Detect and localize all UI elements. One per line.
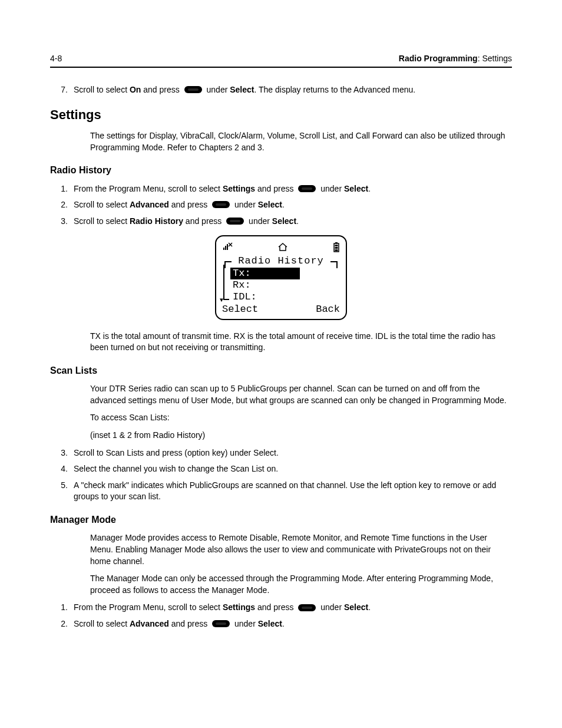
page-header: 4-8 Radio Programming: Settings xyxy=(50,53,512,68)
svg-rect-4 xyxy=(335,249,338,251)
step-7: 7. Scroll to select On and press under S… xyxy=(50,84,512,96)
mm-step-2: 2. Scroll to select Advanced and press u… xyxy=(50,618,512,630)
radio-history-note: TX is the total amount of transmit time.… xyxy=(90,331,512,354)
svg-rect-3 xyxy=(335,247,338,249)
manager-mode-p1: Manager Mode provides access to Remote D… xyxy=(90,532,512,567)
signal-icon xyxy=(222,241,233,253)
radio-history-steps: 1. From the Program Menu, scroll to sele… xyxy=(50,183,512,228)
section-title: Radio Programming: Settings xyxy=(399,53,512,65)
option-key-icon xyxy=(184,86,202,93)
svg-rect-1 xyxy=(335,242,338,243)
manager-mode-heading: Manager Mode xyxy=(50,513,512,526)
option-key-icon xyxy=(298,604,316,611)
screen-title: Radio History xyxy=(222,255,340,267)
option-key-icon xyxy=(226,218,244,225)
rh-step-1: 1. From the Program Menu, scroll to sele… xyxy=(50,183,512,195)
radio-screen-illustration: Radio History Tx: Rx: IDL: ▼ Select Back xyxy=(215,235,347,319)
screen-row-rx: Rx: xyxy=(230,279,340,291)
scan-lists-heading: Scan Lists xyxy=(50,364,512,377)
page-number: 4-8 xyxy=(50,53,62,65)
scan-lists-p2: To access Scan Lists: xyxy=(90,412,512,424)
settings-heading: Settings xyxy=(50,106,512,124)
softkey-select: Select xyxy=(222,304,258,315)
manager-mode-steps: 1. From the Program Menu, scroll to sele… xyxy=(50,602,512,630)
scan-lists-p3: (inset 1 & 2 from Radio History) xyxy=(90,430,512,442)
option-key-icon xyxy=(212,201,230,208)
home-icon xyxy=(277,241,288,253)
manager-mode-p2: The Manager Mode can only be accessed th… xyxy=(90,573,512,596)
option-key-icon xyxy=(212,620,230,627)
sl-step-5: 5. A "check mark" indicates which Public… xyxy=(50,480,512,503)
softkey-back: Back xyxy=(316,304,340,315)
section-title-bold: Radio Programming xyxy=(399,54,478,63)
screen-row-idl: IDL: xyxy=(230,291,340,303)
battery-icon xyxy=(333,241,340,253)
step-number: 7. xyxy=(50,84,68,96)
radio-history-heading: Radio History xyxy=(50,164,512,177)
settings-intro: The settings for Display, VibraCall, Clo… xyxy=(90,130,512,153)
section-title-plain: : Settings xyxy=(478,54,512,63)
option-key-icon xyxy=(298,185,316,192)
continued-steps: 7. Scroll to select On and press under S… xyxy=(50,84,512,96)
scan-lists-p1: Your DTR Series radio can scan up to 5 P… xyxy=(90,383,512,406)
scan-lists-steps: 3. Scroll to Scan Lists and press (optio… xyxy=(50,447,512,503)
sl-step-4: 4. Select the channel you wish to change… xyxy=(50,463,512,475)
sl-step-3: 3. Scroll to Scan Lists and press (optio… xyxy=(50,447,512,459)
rh-step-3: 3. Scroll to select Radio History and pr… xyxy=(50,216,512,228)
screen-row-tx: Tx: xyxy=(230,268,300,279)
rh-step-2: 2. Scroll to select Advanced and press u… xyxy=(50,199,512,211)
svg-rect-2 xyxy=(335,245,338,246)
mm-step-1: 1. From the Program Menu, scroll to sele… xyxy=(50,602,512,614)
step-body: Scroll to select On and press under Sele… xyxy=(74,84,512,96)
scroll-down-icon: ▼ xyxy=(220,297,223,304)
